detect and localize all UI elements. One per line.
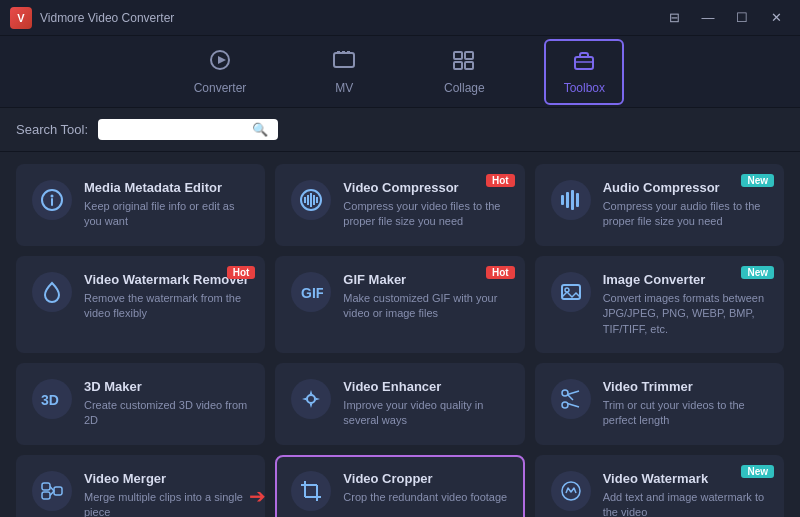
collage-label: Collage: [444, 81, 485, 95]
tool-card-video-cropper[interactable]: ➔Video CropperCrop the redundant video f…: [275, 455, 524, 517]
video-merger-content: Video MergerMerge multiple clips into a …: [84, 471, 249, 517]
video-trimmer-title: Video Trimmer: [603, 379, 768, 394]
tool-card-audio-compressor[interactable]: Audio CompressorCompress your audio file…: [535, 164, 784, 246]
tab-toolbox[interactable]: Toolbox: [544, 39, 624, 105]
audio-compressor-desc: Compress your audio files to the proper …: [603, 199, 768, 230]
tool-card-video-watermark-remover[interactable]: Video Watermark RemoverRemove the waterm…: [16, 256, 265, 353]
svg-rect-23: [571, 190, 574, 210]
video-watermark-remover-content: Video Watermark RemoverRemove the waterm…: [84, 272, 249, 322]
tool-card-3d-maker[interactable]: 3D3D MakerCreate customized 3D video fro…: [16, 363, 265, 445]
video-compressor-content: Video CompressorCompress your video file…: [343, 180, 508, 230]
video-watermark-remover-desc: Remove the watermark from the video flex…: [84, 291, 249, 322]
svg-point-29: [307, 395, 315, 403]
video-compressor-badge: Hot: [486, 174, 515, 187]
3d-maker-icon: 3D: [32, 379, 72, 419]
svg-text:GIF: GIF: [301, 285, 323, 301]
title-bar: V Vidmore Video Converter ⊟ — ☐ ✕: [0, 0, 800, 36]
video-trimmer-content: Video TrimmerTrim or cut your videos to …: [603, 379, 768, 429]
media-metadata-editor-content: Media Metadata EditorKeep original file …: [84, 180, 249, 230]
tool-card-gif-maker[interactable]: GIFGIF MakerMake customized GIF with you…: [275, 256, 524, 353]
tab-collage[interactable]: Collage: [424, 39, 504, 105]
converter-label: Converter: [194, 81, 247, 95]
video-trimmer-desc: Trim or cut your videos to the perfect l…: [603, 398, 768, 429]
video-cropper-desc: Crop the redundant video footage: [343, 490, 508, 505]
video-trimmer-icon: [551, 379, 591, 419]
svg-rect-5: [347, 51, 350, 54]
svg-line-33: [567, 403, 579, 407]
tool-card-video-compressor[interactable]: Video CompressorCompress your video file…: [275, 164, 524, 246]
mv-label: MV: [335, 81, 353, 95]
svg-rect-2: [334, 53, 354, 67]
search-input-wrapper[interactable]: 🔍: [98, 119, 278, 140]
search-bar: Search Tool: 🔍: [0, 108, 800, 152]
video-cropper-icon: [291, 471, 331, 511]
video-enhancer-desc: Improve your video quality in several wa…: [343, 398, 508, 429]
svg-point-31: [562, 402, 568, 408]
tool-card-video-merger[interactable]: Video MergerMerge multiple clips into a …: [16, 455, 265, 517]
svg-rect-21: [561, 195, 564, 205]
svg-rect-6: [454, 52, 462, 59]
tool-grid: Media Metadata EditorKeep original file …: [0, 152, 800, 517]
tab-mv[interactable]: MV: [304, 39, 384, 105]
search-label: Search Tool:: [16, 122, 88, 137]
svg-rect-3: [337, 51, 340, 54]
image-converter-content: Image ConverterConvert images formats be…: [603, 272, 768, 337]
image-converter-desc: Convert images formats between JPG/JPEG,…: [603, 291, 768, 337]
app-logo: V: [10, 7, 32, 29]
gif-maker-title: GIF Maker: [343, 272, 508, 287]
svg-rect-9: [465, 62, 473, 69]
tool-card-image-converter[interactable]: Image ConverterConvert images formats be…: [535, 256, 784, 353]
tool-card-media-metadata-editor[interactable]: Media Metadata EditorKeep original file …: [16, 164, 265, 246]
media-metadata-editor-title: Media Metadata Editor: [84, 180, 249, 195]
mv-icon: [331, 49, 357, 77]
svg-marker-1: [218, 56, 226, 64]
video-compressor-icon: [291, 180, 331, 220]
close-btn[interactable]: ✕: [762, 8, 790, 28]
nav-tabs: Converter MV Collage: [0, 36, 800, 108]
video-cropper-content: Video CropperCrop the redundant video fo…: [343, 471, 508, 505]
video-merger-icon: [32, 471, 72, 511]
video-merger-desc: Merge multiple clips into a single piece: [84, 490, 249, 517]
video-enhancer-content: Video EnhancerImprove your video quality…: [343, 379, 508, 429]
image-converter-badge: New: [741, 266, 774, 279]
app-title: Vidmore Video Converter: [40, 11, 174, 25]
restore-btn[interactable]: —: [694, 8, 722, 28]
video-enhancer-title: Video Enhancer: [343, 379, 508, 394]
gif-maker-icon: GIF: [291, 272, 331, 312]
svg-rect-36: [42, 492, 50, 499]
tool-card-video-trimmer[interactable]: Video TrimmerTrim or cut your videos to …: [535, 363, 784, 445]
video-watermark-remover-badge: Hot: [227, 266, 256, 279]
svg-rect-4: [342, 51, 345, 54]
svg-rect-37: [54, 487, 62, 495]
minimize-btn[interactable]: ⊟: [660, 8, 688, 28]
gif-maker-desc: Make customized GIF with your video or i…: [343, 291, 508, 322]
arrow-indicator: ➔: [249, 484, 266, 508]
title-bar-controls: ⊟ — ☐ ✕: [660, 8, 790, 28]
audio-compressor-content: Audio CompressorCompress your audio file…: [603, 180, 768, 230]
svg-rect-22: [566, 192, 569, 208]
svg-rect-7: [465, 52, 473, 59]
tool-card-video-enhancer[interactable]: Video EnhancerImprove your video quality…: [275, 363, 524, 445]
video-watermark-remover-title: Video Watermark Remover: [84, 272, 249, 287]
converter-icon: [207, 49, 233, 77]
media-metadata-editor-desc: Keep original file info or edit as you w…: [84, 199, 249, 230]
collage-icon: [451, 49, 477, 77]
media-metadata-editor-icon: [32, 180, 72, 220]
search-input[interactable]: [106, 123, 246, 137]
title-bar-left: V Vidmore Video Converter: [10, 7, 174, 29]
gif-maker-content: GIF MakerMake customized GIF with your v…: [343, 272, 508, 322]
audio-compressor-icon: [551, 180, 591, 220]
3d-maker-title: 3D Maker: [84, 379, 249, 394]
svg-rect-8: [454, 62, 462, 69]
tab-converter[interactable]: Converter: [176, 39, 265, 105]
toolbox-icon: [571, 49, 597, 77]
video-compressor-desc: Compress your video files to the proper …: [343, 199, 508, 230]
tool-card-video-watermark[interactable]: Video WatermarkAdd text and image waterm…: [535, 455, 784, 517]
svg-rect-10: [575, 57, 593, 69]
3d-maker-desc: Create customized 3D video from 2D: [84, 398, 249, 429]
svg-rect-35: [42, 483, 50, 490]
search-icon[interactable]: 🔍: [252, 122, 268, 137]
video-cropper-title: Video Cropper: [343, 471, 508, 486]
maximize-btn[interactable]: ☐: [728, 8, 756, 28]
svg-text:3D: 3D: [41, 392, 59, 408]
